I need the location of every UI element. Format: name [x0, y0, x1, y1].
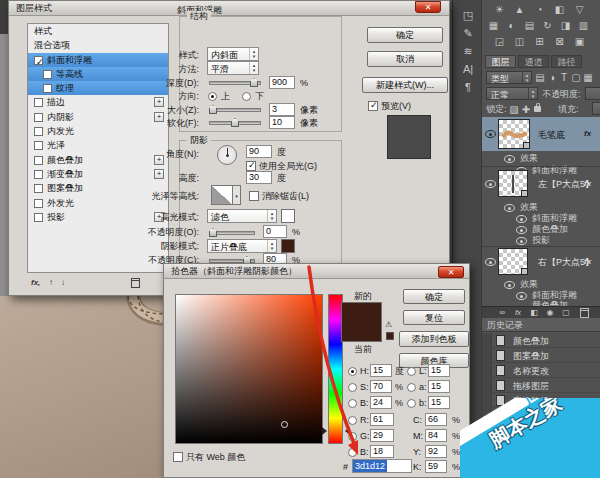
- checkbox[interactable]: [34, 170, 43, 179]
- add-to-swatches-button[interactable]: 添加到色板: [399, 331, 469, 347]
- gloss-contour-thumbnail[interactable]: [211, 185, 233, 205]
- l-field[interactable]: 15: [428, 364, 450, 377]
- layer-thumbnail[interactable]: [498, 119, 530, 149]
- picker-ok-button[interactable]: 确定: [403, 289, 465, 304]
- picker-reset-button[interactable]: 复位: [403, 310, 465, 325]
- technique-dropdown[interactable]: 平滑▴▾: [207, 61, 259, 75]
- checkbox[interactable]: [34, 127, 43, 136]
- filter-smart-object-icon[interactable]: ▦: [582, 71, 594, 84]
- lab-b-field[interactable]: 15: [428, 396, 450, 409]
- effect-eye-icon[interactable]: [516, 292, 527, 300]
- cancel-button[interactable]: 取消: [367, 51, 443, 67]
- color-field[interactable]: [175, 294, 323, 444]
- photo-filter-adjustment-icon[interactable]: ↻: [540, 19, 555, 32]
- angle-dial[interactable]: [217, 145, 237, 165]
- history-tab[interactable]: 历史记录: [487, 320, 523, 331]
- effect-item-label[interactable]: 斜面和浮雕: [532, 213, 577, 224]
- history-item[interactable]: 颜色叠加: [482, 333, 600, 348]
- soften-field[interactable]: 10: [269, 116, 295, 129]
- angle-field[interactable]: 90: [246, 145, 272, 158]
- effects-label[interactable]: 效果: [520, 153, 538, 164]
- s-field[interactable]: 70: [370, 380, 392, 393]
- styles-list-item[interactable]: 样式: [28, 24, 168, 38]
- tab-layers[interactable]: 图层: [485, 55, 516, 68]
- effect-eye-icon[interactable]: [516, 226, 527, 234]
- selective-color-adjustment-icon[interactable]: ▣: [572, 35, 587, 48]
- checkbox[interactable]: [43, 84, 52, 93]
- shadow-mode-dropdown[interactable]: 正片叠底▴▾: [207, 239, 277, 253]
- m-field[interactable]: 84: [425, 429, 447, 442]
- shadow-color-swatch[interactable]: [281, 239, 295, 253]
- lab-b-radio[interactable]: [407, 399, 416, 408]
- effect-eye-icon[interactable]: [516, 215, 527, 223]
- web-colors-checkbox[interactable]: [173, 452, 183, 462]
- levels-adjustment-icon[interactable]: ▲: [512, 3, 527, 16]
- effects-label[interactable]: 效果: [520, 202, 538, 213]
- effects-eye-icon[interactable]: [504, 155, 515, 163]
- channel-mixer-adjustment-icon[interactable]: ◨: [558, 19, 573, 32]
- delete-effect-icon[interactable]: [131, 278, 140, 288]
- clone-source-panel-icon[interactable]: ≋: [453, 44, 483, 58]
- h-radio[interactable]: [348, 367, 357, 376]
- history-item[interactable]: 名称更改: [482, 408, 600, 423]
- checkbox[interactable]: [34, 56, 43, 65]
- blend-mode-dropdown[interactable]: 正常▴▾: [486, 87, 538, 100]
- layer-fx-icon[interactable]: fx: [584, 129, 591, 138]
- color-field-cursor[interactable]: [281, 421, 288, 428]
- layer-row-selected[interactable]: 毛笔底 fx: [482, 117, 600, 151]
- g-field[interactable]: 29: [370, 429, 394, 442]
- black-white-adjustment-icon[interactable]: ▤: [522, 19, 537, 32]
- filter-pixel-icon[interactable]: ▤: [534, 71, 546, 84]
- ok-button[interactable]: 确定: [367, 27, 443, 43]
- checkbox[interactable]: [43, 70, 52, 79]
- fx-menu-icon[interactable]: fx,: [31, 278, 40, 288]
- vibrance-adjustment-icon[interactable]: ▽: [572, 3, 587, 16]
- layer-name[interactable]: 毛笔底: [538, 129, 565, 142]
- effects-label[interactable]: 效果: [520, 279, 538, 290]
- highlight-mode-dropdown[interactable]: 滤色▴▾: [207, 209, 277, 223]
- history-item[interactable]: 拖移图层: [482, 378, 600, 393]
- k-field[interactable]: 59: [425, 460, 447, 473]
- close-icon[interactable]: ✕: [438, 266, 464, 278]
- layer-visibility-eye-icon[interactable]: [485, 258, 496, 266]
- s-radio[interactable]: [348, 383, 357, 392]
- move-effect-up-icon[interactable]: ↑: [49, 278, 53, 288]
- checkbox[interactable]: [34, 184, 43, 193]
- bevel-style-dropdown[interactable]: 内斜面▴▾: [207, 47, 259, 61]
- highlight-color-swatch[interactable]: [281, 209, 295, 223]
- layer-thumbnail[interactable]: [498, 248, 528, 275]
- opacity-field[interactable]: [585, 87, 600, 100]
- layer-fx-icon[interactable]: fx: [584, 179, 591, 188]
- color-balance-adjustment-icon[interactable]: ◐: [504, 19, 519, 32]
- layer-fx-icon[interactable]: fx: [584, 257, 591, 266]
- styles-list-item[interactable]: 渐变叠加+: [28, 167, 168, 181]
- b-blue-radio[interactable]: [348, 448, 357, 457]
- gamut-warning-icon[interactable]: ⚠: [385, 320, 392, 330]
- highlight-opacity-field[interactable]: 0: [263, 225, 287, 238]
- layer-thumbnail[interactable]: [498, 170, 528, 197]
- altitude-field[interactable]: 30: [246, 171, 272, 184]
- move-effect-down-icon[interactable]: ↓: [61, 278, 65, 288]
- checkbox[interactable]: [34, 213, 43, 222]
- effect-eye-icon[interactable]: [516, 237, 527, 245]
- filter-type-icon[interactable]: T: [558, 71, 570, 84]
- color-lookup-adjustment-icon[interactable]: ▥: [576, 19, 591, 32]
- b-blue-field[interactable]: 18: [370, 445, 394, 458]
- l-radio[interactable]: [407, 367, 416, 376]
- h-field[interactable]: 15: [370, 364, 392, 377]
- effect-item-label[interactable]: 颜色叠加: [532, 224, 568, 235]
- b-brightness-field[interactable]: 24: [370, 396, 392, 409]
- history-item[interactable]: 停用图层效果: [482, 423, 600, 438]
- effect-item-label[interactable]: 投影: [532, 235, 550, 246]
- size-field[interactable]: 3: [269, 103, 295, 116]
- layer-visibility-eye-icon[interactable]: [485, 180, 496, 188]
- layer-row[interactable]: 左【P大点5】 fx: [482, 169, 600, 199]
- layer-visibility-eye-icon[interactable]: [485, 130, 496, 138]
- new-style-button[interactable]: 新建样式(W)...: [362, 77, 448, 93]
- exposure-adjustment-icon[interactable]: ◧: [552, 3, 567, 16]
- collapse-panel-icon[interactable]: ◳: [453, 8, 483, 22]
- checkbox[interactable]: [34, 141, 43, 150]
- hue-slider-arrow-left[interactable]: [322, 427, 327, 435]
- a-field[interactable]: 15: [428, 380, 450, 393]
- lock-position-icon[interactable]: ✚: [520, 103, 532, 116]
